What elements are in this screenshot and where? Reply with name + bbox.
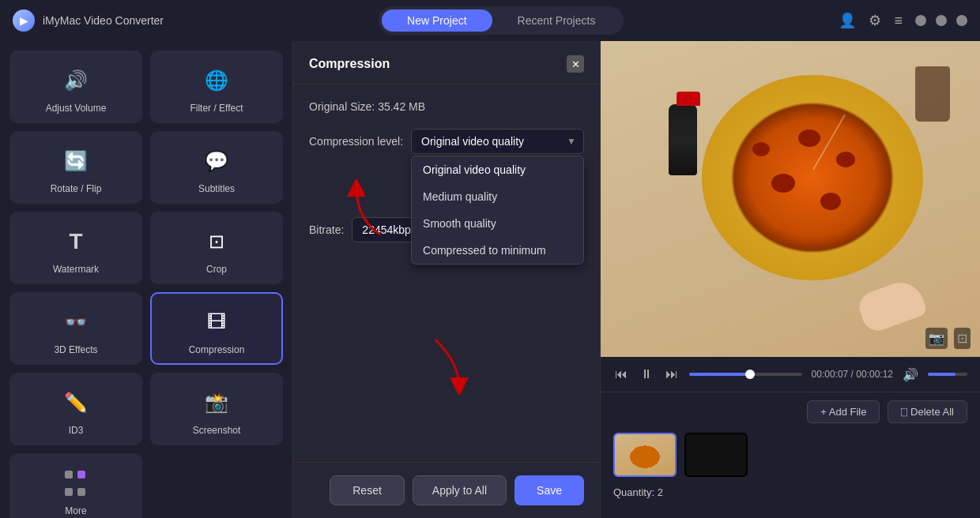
skip-back-button[interactable]: ⏮ [613,366,629,383]
play-button[interactable]: ⏸ [639,366,654,383]
compression-level-menu: Original video quality Medium quality Sm… [411,156,584,265]
title-bar-right: 👤 ⚙ ≡ − □ ✕ [839,12,967,29]
compression-level-row: Compression level: Original video qualit… [309,129,584,154]
bitrate-label: Bitrate: [309,223,344,236]
tool-subtitles[interactable]: 💬 Subtitles [150,131,283,204]
tool-3d-effects[interactable]: 👓 3D Effects [9,292,142,365]
panel-footer: Reset Apply to All Save [293,462,600,518]
skip-forward-button[interactable]: ⏭ [664,366,680,383]
menu-item-original[interactable]: Original video quality [412,156,583,183]
progress-thumb [745,370,755,379]
user-icon[interactable]: 👤 [839,12,856,29]
quantity-display: Quantity: 2 [601,482,980,503]
tool-filter-effect[interactable]: 🌐 Filter / Effect [150,51,283,123]
panel-title: Compression [309,57,390,71]
menu-item-medium[interactable]: Medium quality [412,183,583,210]
time-current: 00:00:07 [812,369,849,380]
id3-label: ID3 [69,425,84,436]
3d-effects-label: 3D Effects [54,344,97,355]
more-icon [65,467,87,499]
panel-close-button[interactable]: ✕ [567,55,584,73]
tool-rotate-flip[interactable]: 🔄 Rotate / Flip [9,131,142,204]
time-display: 00:00:07 / 00:00:12 [812,369,893,380]
thumbnail-1-image [615,434,675,475]
screenshot-icon: 📸 [201,387,232,419]
compression-icon: 🎞 [201,306,232,338]
adjust-volume-icon: 🔊 [60,65,92,96]
id3-icon: ✏️ [60,387,92,419]
reset-button[interactable]: Reset [330,475,405,505]
menu-item-smooth[interactable]: Smooth quality [412,210,583,237]
menu-item-compressed[interactable]: Compressed to minimum [412,237,583,264]
file-list-header: + Add File ⎕ Delete All [601,392,980,428]
maximize-button[interactable]: □ [936,15,947,26]
tool-id3[interactable]: ✏️ ID3 [9,373,142,445]
quantity-value: 2 [658,486,663,498]
progress-fill [689,373,751,376]
delete-all-button[interactable]: ⎕ Delete All [888,400,967,423]
close-button[interactable]: ✕ [956,15,967,26]
app-title: iMyMac Video Converter [43,14,164,27]
original-size-label: Original Size: [309,100,375,113]
subtitles-label: Subtitles [198,183,235,194]
right-panel: 📷 ⊡ ⏮ ⏸ ⏭ 00:00:07 / 00:00:12 🔊 [601,41,980,518]
adjust-volume-label: Adjust Volume [46,103,107,114]
logo-icon: ▶ [20,14,28,27]
pip-button[interactable]: ⊡ [954,328,971,349]
filter-effect-icon: 🌐 [201,65,232,96]
watermark-label: Watermark [53,264,99,275]
gear-icon[interactable]: ⚙ [869,12,881,29]
panel-header: Compression ✕ [293,41,600,84]
thumbnail-1[interactable] [613,433,677,477]
screenshot-label: Screenshot [193,425,241,436]
crop-icon: ⊡ [201,226,232,257]
main-content: 🔊 Adjust Volume 🌐 Filter / Effect 🔄 Rota… [0,41,980,518]
app-logo: ▶ [13,9,35,32]
screenshot-video-button[interactable]: 📷 [925,328,948,349]
title-bar-left: ▶ iMyMac Video Converter [13,9,164,32]
compression-level-label: Compression level: [309,135,403,148]
tool-adjust-volume[interactable]: 🔊 Adjust Volume [9,51,142,123]
tab-recent-projects[interactable]: Recent Projects [492,9,621,32]
title-bar: ▶ iMyMac Video Converter New Project Rec… [0,0,980,41]
tool-compression[interactable]: 🎞 Compression [150,292,283,365]
tool-watermark[interactable]: T Watermark [9,212,142,284]
tool-more[interactable]: More [9,453,142,518]
quantity-label: Quantity: [613,486,654,498]
rotate-flip-icon: 🔄 [60,145,92,177]
tab-switcher: New Project Recent Projects [379,6,624,35]
3d-effects-icon: 👓 [60,306,92,338]
file-list-area: + Add File ⎕ Delete All Quantity: 2 [601,392,980,518]
video-preview: 📷 ⊡ [601,41,980,357]
add-file-button[interactable]: + Add File [807,400,880,423]
red-arrow-down-annotation [420,332,475,395]
rotate-flip-label: Rotate / Flip [51,183,102,194]
tab-new-project[interactable]: New Project [382,9,492,32]
minimize-button[interactable]: − [915,15,926,26]
original-size-value: 35.42 MB [378,100,425,113]
video-action-icons: 📷 ⊡ [925,328,971,349]
original-size-row: Original Size: 35.42 MB [309,100,584,113]
apply-to-all-button[interactable]: Apply to All [413,475,507,505]
thumbnail-2-image [686,434,746,475]
panel-body: Original Size: 35.42 MB Compression leve… [293,84,600,462]
red-arrow-up-annotation [341,179,388,242]
compression-panel: Compression ✕ Original Size: 35.42 MB Co… [292,41,601,518]
volume-icon[interactable]: 🔊 [903,367,918,382]
crop-label: Crop [206,264,227,275]
file-thumbnails [601,428,980,482]
compression-label: Compression [189,344,245,355]
subtitles-icon: 💬 [201,145,232,177]
time-total: 00:00:12 [856,369,893,380]
thumbnail-2[interactable] [684,433,748,477]
watermark-icon: T [60,226,92,257]
progress-bar[interactable] [689,373,802,376]
compression-level-dropdown-wrapper: Original video quality Medium quality Sm… [411,129,584,154]
more-label: More [65,505,86,516]
tool-crop[interactable]: ⊡ Crop [150,212,283,284]
volume-bar[interactable] [928,373,967,376]
tool-screenshot[interactable]: 📸 Screenshot [150,373,283,445]
save-button[interactable]: Save [514,475,584,505]
menu-icon[interactable]: ≡ [894,13,903,29]
compression-level-select[interactable]: Original video quality Medium quality Sm… [411,129,584,154]
